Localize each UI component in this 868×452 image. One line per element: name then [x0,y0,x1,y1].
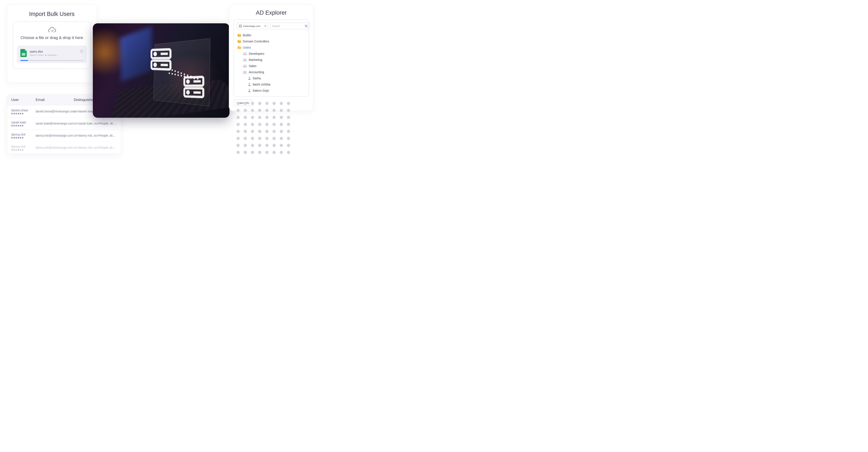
spreadsheet-file-icon [20,49,27,57]
folder-open-icon [237,46,241,49]
domain-selector[interactable]: miniorange.com [237,23,268,29]
cell-user: sarah.kate [11,120,36,124]
svg-rect-34 [241,25,241,26]
import-title: Import Bulk Users [13,11,91,18]
dot-separator [45,55,46,56]
tree-label: Sarha [253,77,261,80]
cell-dn: cn=sarah kate, ou=People, dc=sun... [74,122,117,125]
svg-line-12 [193,92,201,93]
group-icon [243,58,247,61]
group-icon [243,70,247,74]
svg-point-22 [197,78,198,80]
decorative-dot-grid [237,102,290,154]
user-icon [248,77,251,80]
tree-label: Accounting [249,70,264,74]
user-icon [248,83,251,86]
cell-dn: cn=danny rick, ou=People, dc=sun..... [74,146,117,149]
svg-point-14 [172,69,173,71]
tree-user-gojo[interactable]: Satoru Gojo [237,88,306,93]
import-bulk-users-card: Import Bulk Users Choose a file or drag … [7,4,97,83]
svg-point-40 [245,52,246,53]
tree-label: Developers [249,52,264,55]
upload-status: Uploading.... [48,54,59,56]
table-row[interactable]: danny.rick danny.rick@miniorange.com cn=… [7,141,121,153]
svg-point-10 [187,91,189,93]
cell-email: danny.rick@miniorange.com [36,134,74,137]
svg-point-44 [245,65,246,66]
svg-point-15 [175,70,176,72]
table-row[interactable]: danny.rick danny.rick@miniorange.com cn=… [7,130,121,141]
tree-label: Itachi Uchiha [253,83,270,86]
tree-user-sarha[interactable]: Sarha [237,76,306,81]
password-dots [11,125,36,126]
table-row[interactable]: sarah.kate sarah.kate@miniorange.com cn=… [7,117,121,130]
svg-line-38 [307,27,307,27]
svg-point-45 [244,71,245,72]
connection-dots [168,67,201,81]
tree-group-accounting[interactable]: Accounting [237,69,306,75]
svg-point-29 [187,76,188,78]
svg-point-26 [177,74,179,76]
svg-point-39 [244,52,245,53]
svg-point-28 [184,76,185,77]
svg-point-27 [181,75,182,77]
password-dots [11,113,36,114]
building-icon [239,25,242,28]
svg-point-13 [169,68,170,70]
svg-rect-0 [22,53,25,56]
tree-user-itachi[interactable]: Itachi Uchiha [237,82,306,87]
svg-line-6 [161,65,168,65]
ad-tree: Builtin Domain Controllers Users Develop… [237,33,306,93]
svg-point-24 [172,73,173,75]
cell-email: danny.rick@miniorange.com [36,146,74,149]
hero-image [93,23,229,118]
folder-icon [237,40,241,43]
svg-point-25 [175,74,176,75]
tree-label: Users [243,46,251,49]
upload-size: 60KB of 120KB. [30,54,44,56]
group-icon [243,52,247,55]
tree-label: Satoru Gojo [253,89,269,92]
ad-explorer-card: AD Explorer miniorange.com Builtin Domai… [229,4,314,111]
ad-panel: miniorange.com Builtin Domain Controller… [234,20,309,97]
cell-dn: cn=danny rick, ou=People, dc=sun..... [74,134,117,137]
ad-search[interactable] [270,23,310,29]
tree-group-developers[interactable]: Developers [237,51,306,56]
upload-cancel-button[interactable]: ✕ [80,50,83,53]
tree-group-sales[interactable]: Sales [237,63,306,68]
tree-group-marketing[interactable]: Marketing [237,57,306,62]
svg-line-5 [161,54,168,54]
import-dropzone[interactable]: Choose a file or drag & drop it here use… [13,22,91,69]
cell-email: sarah.kate@miniorange.com [36,122,74,125]
svg-point-42 [245,59,246,60]
search-input[interactable] [272,25,304,27]
domain-label: miniorange.com [243,25,263,27]
svg-point-30 [190,77,192,79]
cell-user: danny.rick [11,133,36,136]
password-dots [11,137,36,139]
tree-folder-domain-controllers[interactable]: Domain Controllers [237,39,306,44]
tree-label: Domain Controllers [243,40,269,43]
search-icon [305,25,308,28]
svg-rect-33 [240,25,240,26]
svg-point-19 [187,75,188,76]
svg-point-49 [249,89,250,90]
tree-label: Sales [249,64,256,68]
svg-point-18 [184,74,185,75]
import-instruction: Choose a file or drag & drop it here [21,35,83,40]
svg-point-46 [245,71,246,72]
user-icon [248,89,251,92]
cloud-upload-icon [48,27,56,33]
svg-rect-36 [241,26,241,27]
col-user: User [11,98,36,102]
svg-point-17 [181,72,182,74]
svg-point-47 [249,77,250,78]
tree-folder-users[interactable]: Users [237,45,306,50]
svg-rect-35 [240,26,240,27]
svg-point-16 [177,71,179,73]
ad-title: AD Explorer [234,9,309,16]
chevron-down-icon [264,25,267,27]
upload-filename: users.xlsx [30,50,59,53]
tree-folder-builtin[interactable]: Builtin [237,33,306,38]
svg-point-3 [154,53,156,55]
